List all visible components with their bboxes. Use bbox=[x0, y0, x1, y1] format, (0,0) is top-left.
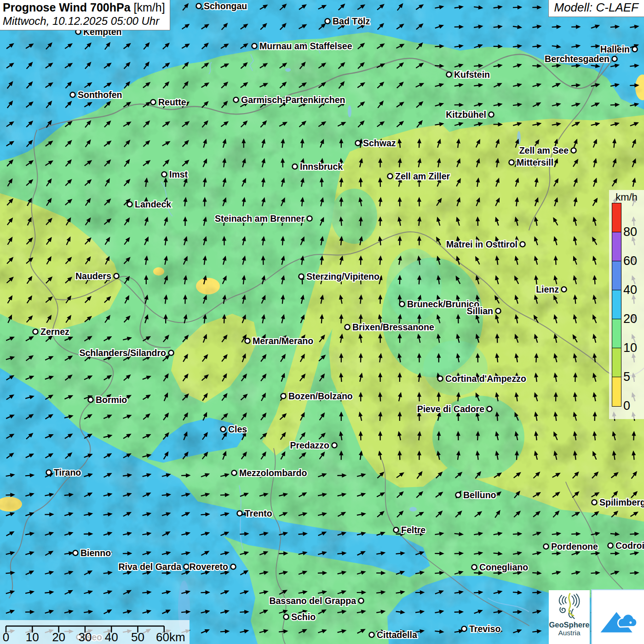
city-label: Schongau bbox=[204, 1, 247, 11]
city-label: Hallein bbox=[600, 44, 630, 54]
city-label: Berchtesgaden bbox=[545, 54, 610, 64]
legend-tick-60: 60 bbox=[623, 255, 637, 267]
city-marker bbox=[571, 148, 576, 153]
mountain-cloud-icon bbox=[596, 595, 640, 639]
city-marker bbox=[592, 500, 597, 505]
city-label: Riva del Garda bbox=[118, 562, 181, 572]
title-box: Prognose Wind 700hPa [km/h] Mittwoch, 10… bbox=[0, 0, 170, 30]
city-marker bbox=[608, 543, 613, 548]
city-marker bbox=[487, 407, 492, 412]
city-label: Pordenone bbox=[551, 541, 598, 552]
city-marker bbox=[114, 274, 119, 279]
city-marker bbox=[162, 172, 167, 177]
scale-label: 30 bbox=[78, 630, 92, 644]
scale-label: 60km bbox=[156, 630, 185, 644]
geosphere-logo: GeoSphere Austria bbox=[549, 590, 590, 644]
city-label: Rovereto bbox=[189, 562, 228, 572]
scale-ruler: 0102030405060km bbox=[0, 620, 190, 644]
city-label: Pieve di Cadore bbox=[417, 404, 484, 414]
city-label: Matrei in Osttirol bbox=[446, 239, 518, 249]
city-marker bbox=[438, 376, 443, 381]
city-marker bbox=[169, 351, 174, 356]
city-marker bbox=[184, 564, 189, 569]
scale-label: 10 bbox=[26, 630, 39, 644]
city-marker bbox=[88, 397, 93, 402]
city-label: Cles bbox=[228, 424, 247, 434]
city-marker bbox=[369, 632, 374, 638]
city-marker bbox=[245, 339, 250, 344]
city-marker bbox=[70, 92, 75, 98]
city-marker bbox=[33, 329, 38, 334]
city-label: Reutte bbox=[158, 97, 186, 107]
city-label: Kufstein bbox=[454, 69, 490, 80]
legend-colorbar bbox=[612, 203, 621, 407]
city-label: Kitzbühel bbox=[446, 109, 486, 120]
city-marker bbox=[151, 100, 156, 105]
legend-segment-10 bbox=[612, 319, 621, 348]
city-marker bbox=[388, 174, 393, 179]
geosphere-country: Austria bbox=[549, 629, 590, 637]
city-label: Zell am See bbox=[519, 145, 569, 155]
city-marker bbox=[127, 202, 132, 207]
city-label: Feltre bbox=[401, 525, 426, 535]
city-label: Sterzing/Vipiteno bbox=[306, 271, 380, 282]
city-label: Bienno bbox=[80, 548, 111, 558]
city-marker bbox=[345, 325, 350, 330]
city-marker bbox=[356, 141, 361, 146]
city-marker bbox=[562, 287, 567, 292]
legend-tick-0: 0 bbox=[623, 400, 630, 412]
city-marker bbox=[359, 598, 364, 604]
city-label: Mittersill bbox=[517, 157, 553, 167]
city-marker bbox=[234, 98, 239, 103]
city-marker bbox=[293, 164, 298, 169]
legend-segment-80 bbox=[612, 203, 621, 232]
city-marker bbox=[232, 471, 237, 476]
city-label: Sillian bbox=[467, 306, 493, 316]
legend-tick-20: 20 bbox=[623, 313, 637, 325]
weather-map-stage: SchongauBad TölzKemptenMurnau am Staffel… bbox=[0, 0, 644, 644]
geosphere-contour-icon bbox=[555, 592, 584, 621]
city-marker bbox=[472, 565, 477, 570]
legend-tick-40: 40 bbox=[623, 284, 637, 296]
city-marker bbox=[332, 443, 337, 448]
partner-logo-box bbox=[591, 589, 644, 644]
city-label: Zernez bbox=[40, 327, 69, 337]
city-label: Predazzo bbox=[290, 440, 329, 450]
city-marker bbox=[252, 44, 257, 49]
geosphere-name: GeoSphere bbox=[549, 621, 590, 629]
city-label: Spilimbergo bbox=[599, 497, 644, 507]
city-label: Bozen/Bolzano bbox=[288, 391, 353, 401]
city-label: Treviso bbox=[469, 624, 500, 634]
city-label: Bad Tölz bbox=[333, 16, 370, 26]
city-label: Imst bbox=[169, 169, 188, 179]
city-label: Innsbruck bbox=[300, 161, 343, 172]
city-label: Steinach am Brenner bbox=[215, 213, 305, 224]
city-marker bbox=[612, 57, 617, 62]
city-marker bbox=[447, 72, 452, 77]
city-label: Garmisch-Partenkirchen bbox=[241, 95, 345, 105]
city-marker bbox=[237, 511, 242, 516]
legend-tick-80: 80 bbox=[623, 226, 637, 238]
city-marker bbox=[73, 551, 78, 556]
city-label: Bassano del Grappa bbox=[269, 596, 356, 606]
city-marker bbox=[284, 615, 289, 620]
scale-bar: 0102030405060km bbox=[0, 620, 190, 644]
city-label: Cittadella bbox=[377, 630, 417, 640]
legend-segment-20 bbox=[612, 290, 621, 319]
city-label: Schlanders/Silandro bbox=[79, 348, 166, 358]
city-label: Brixen/Bressanone bbox=[352, 322, 434, 332]
city-marker bbox=[281, 394, 286, 399]
legend-segment-40 bbox=[612, 261, 621, 290]
city-marker bbox=[462, 627, 467, 632]
city-label: Nauders bbox=[75, 271, 111, 281]
city-marker bbox=[307, 216, 312, 221]
city-label: Murnau am Staffelsee bbox=[259, 41, 352, 51]
city-label: Trento bbox=[245, 508, 272, 518]
legend: km/h 806040201050 bbox=[609, 190, 644, 419]
city-label: Tirano bbox=[54, 467, 81, 477]
city-label: Lienz bbox=[536, 284, 559, 294]
city-marker bbox=[496, 309, 501, 314]
map-title: Prognose Wind 700hPa bbox=[3, 1, 131, 14]
map-title-unit: [km/h] bbox=[134, 1, 165, 14]
city-label: Sonthofen bbox=[78, 90, 122, 100]
